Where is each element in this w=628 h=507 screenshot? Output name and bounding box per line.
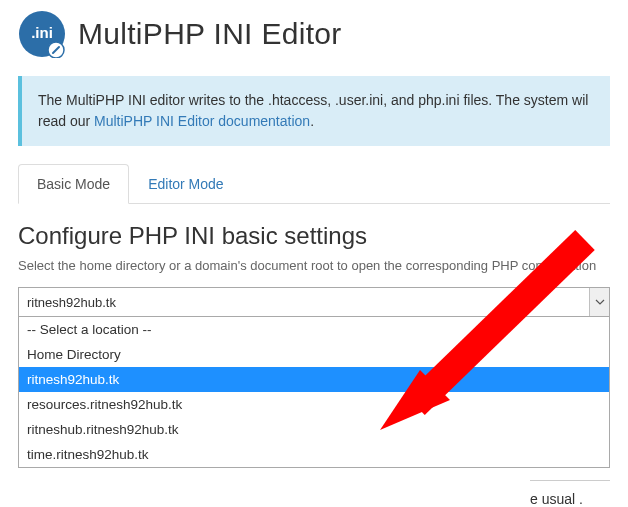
- ini-file-icon: .ini: [18, 10, 66, 58]
- section-description: Select the home directory or a domain's …: [18, 258, 610, 273]
- info-text-pre: The MultiPHP INI editor writes to the .h…: [38, 92, 588, 108]
- location-select-wrap: ritnesh92hub.tk -- Select a location -- …: [18, 287, 610, 317]
- config-section: Configure PHP INI basic settings Select …: [0, 204, 628, 273]
- dropdown-item-placeholder[interactable]: -- Select a location --: [19, 317, 609, 342]
- section-title: Configure PHP INI basic settings: [18, 222, 610, 250]
- info-doc-link[interactable]: MultiPHP INI Editor documentation: [94, 113, 310, 129]
- page-title: MultiPHP INI Editor: [78, 17, 342, 51]
- dropdown-item-home[interactable]: Home Directory: [19, 342, 609, 367]
- svg-text:.ini: .ini: [31, 24, 53, 41]
- dropdown-item-domain[interactable]: ritnesh92hub.tk: [19, 367, 609, 392]
- dropdown-item-sub2[interactable]: ritneshub.ritnesh92hub.tk: [19, 417, 609, 442]
- info-callout: The MultiPHP INI editor writes to the .h…: [18, 76, 610, 146]
- location-dropdown: -- Select a location -- Home Directory r…: [18, 317, 610, 468]
- chevron-down-icon: [589, 288, 609, 316]
- info-period: .: [310, 113, 314, 129]
- page-header: .ini MultiPHP INI Editor: [0, 0, 628, 70]
- dropdown-item-sub1[interactable]: resources.ritnesh92hub.tk: [19, 392, 609, 417]
- table-row-fragment: e usual .: [530, 480, 610, 507]
- tab-basic-mode[interactable]: Basic Mode: [18, 164, 129, 204]
- location-select[interactable]: ritnesh92hub.tk: [18, 287, 610, 317]
- tab-editor-mode[interactable]: Editor Mode: [129, 164, 242, 204]
- mode-tabs: Basic Mode Editor Mode: [18, 164, 610, 204]
- dropdown-item-sub3[interactable]: time.ritnesh92hub.tk: [19, 442, 609, 467]
- location-select-value: ritnesh92hub.tk: [27, 295, 116, 310]
- info-text-post: read our: [38, 113, 94, 129]
